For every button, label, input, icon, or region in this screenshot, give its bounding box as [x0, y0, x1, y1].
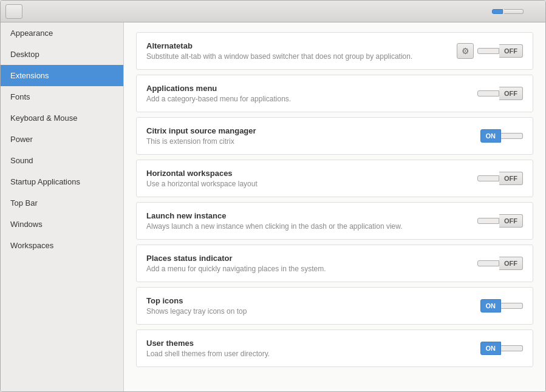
toggle-places-status-indicator: OFF [477, 257, 523, 270]
extension-controls-places-status-indicator: OFF [477, 257, 523, 270]
extension-name-user-themes: User themes [146, 339, 480, 348]
toggle-off-button-applications-menu[interactable]: OFF [499, 87, 523, 100]
toggle-horizontal-workspaces: OFF [477, 172, 523, 185]
extension-info-applications-menu: Applications menuAdd a category-based me… [146, 84, 477, 103]
extension-controls-citrix-input: ON [480, 129, 524, 143]
extension-desc-citrix-input: This is extension from citrix [146, 137, 480, 146]
extension-name-applications-menu: Applications menu [146, 84, 477, 93]
toggle-off-button-launch-new-instance[interactable]: OFF [499, 214, 523, 228]
toggle-on-button-top-icons[interactable]: ON [480, 299, 502, 313]
extension-item-launch-new-instance: Launch new instanceAlways launch a new i… [136, 202, 533, 240]
sidebar-item-sound[interactable]: Sound [1, 150, 123, 171]
toggle-off-button-horizontal-workspaces[interactable]: OFF [499, 172, 523, 185]
settings-button-alternatetab[interactable]: ⚙ [457, 43, 474, 59]
toggle-on-button-citrix-input[interactable]: ON [480, 129, 502, 143]
sidebar-item-appearance[interactable]: Appearance [1, 22, 123, 44]
extension-item-places-status-indicator: Places status indicatorAdd a menu for qu… [136, 245, 533, 282]
extension-info-user-themes: User themesLoad shell themes from user d… [146, 339, 480, 358]
extension-desc-horizontal-workspaces: Use a horizontal workspace layout [146, 180, 477, 188]
extension-desc-applications-menu: Add a category-based menu for applicatio… [146, 95, 477, 103]
extension-name-citrix-input: Citrix input source mangager [146, 126, 480, 135]
header-toggle-on-button[interactable] [492, 9, 503, 14]
toggle-user-themes: ON [480, 342, 524, 355]
header-toggle [492, 9, 524, 14]
sidebar: AppearanceDesktopExtensionsFontsKeyboard… [1, 22, 124, 391]
extension-info-places-status-indicator: Places status indicatorAdd a menu for qu… [146, 254, 477, 273]
extension-name-top-icons: Top icons [146, 296, 480, 305]
extension-controls-applications-menu: OFF [477, 87, 523, 100]
extension-name-alternatetab: Alternatetab [146, 41, 457, 50]
sidebar-item-fonts[interactable]: Fonts [1, 86, 123, 107]
toggle-on-button-places-status-indicator[interactable] [477, 260, 499, 266]
toggle-off-button-user-themes[interactable] [501, 345, 523, 351]
extension-info-alternatetab: AlternatetabSubstitute alt-tab with a wi… [146, 41, 457, 61]
extension-desc-user-themes: Load shell themes from user directory. [146, 350, 480, 358]
extension-info-launch-new-instance: Launch new instanceAlways launch a new i… [146, 211, 477, 231]
main-window: AppearanceDesktopExtensionsFontsKeyboard… [0, 0, 546, 392]
toggle-on-button-horizontal-workspaces[interactable] [477, 175, 499, 181]
sidebar-item-power[interactable]: Power [1, 129, 123, 150]
extension-item-alternatetab: AlternatetabSubstitute alt-tab with a wi… [136, 32, 533, 70]
extension-controls-horizontal-workspaces: OFF [477, 172, 523, 185]
extension-info-horizontal-workspaces: Horizontal workspacesUse a horizontal wo… [146, 169, 477, 188]
toggle-off-button-top-icons[interactable] [501, 303, 523, 309]
extension-name-launch-new-instance: Launch new instance [146, 211, 477, 220]
sidebar-item-desktop[interactable]: Desktop [1, 44, 123, 65]
extension-controls-alternatetab: ⚙OFF [457, 43, 523, 59]
toggle-launch-new-instance: OFF [477, 214, 523, 228]
search-button[interactable] [5, 4, 22, 19]
sidebar-item-extensions[interactable]: Extensions [1, 65, 123, 86]
toggle-on-button-launch-new-instance[interactable] [477, 218, 499, 224]
extension-controls-launch-new-instance: OFF [477, 214, 523, 228]
sidebar-item-workspaces[interactable]: Workspaces [1, 235, 123, 256]
extension-item-user-themes: User themesLoad shell themes from user d… [136, 329, 533, 367]
extension-name-places-status-indicator: Places status indicator [146, 254, 477, 263]
extension-desc-launch-new-instance: Always launch a new instance when clicki… [146, 222, 477, 231]
toggle-on-button-alternatetab[interactable] [477, 48, 499, 54]
content-area: AppearanceDesktopExtensionsFontsKeyboard… [1, 22, 545, 391]
extension-info-top-icons: Top iconsShows legacy tray icons on top [146, 296, 480, 316]
toggle-alternatetab: OFF [477, 44, 523, 58]
main-content: AlternatetabSubstitute alt-tab with a wi… [124, 22, 545, 391]
titlebar [1, 1, 545, 22]
toggle-top-icons: ON [480, 299, 524, 313]
toggle-off-button-alternatetab[interactable]: OFF [499, 44, 523, 58]
extension-desc-alternatetab: Substitute alt-tab with a window based s… [146, 52, 457, 61]
extension-desc-top-icons: Shows legacy tray icons on top [146, 307, 480, 316]
sidebar-item-windows[interactable]: Windows [1, 214, 123, 235]
extension-item-top-icons: Top iconsShows legacy tray icons on topO… [136, 287, 533, 325]
toggle-off-button-citrix-input[interactable] [501, 133, 523, 139]
extension-item-horizontal-workspaces: Horizontal workspacesUse a horizontal wo… [136, 160, 533, 197]
toggle-citrix-input: ON [480, 129, 524, 143]
header-toggle-off-button[interactable] [504, 9, 524, 14]
toggle-off-button-places-status-indicator[interactable]: OFF [499, 257, 523, 270]
toggle-on-button-applications-menu[interactable] [477, 90, 499, 96]
extension-name-horizontal-workspaces: Horizontal workspaces [146, 169, 477, 178]
extension-desc-places-status-indicator: Add a menu for quickly navigating places… [146, 265, 477, 273]
extension-controls-user-themes: ON [480, 342, 524, 355]
sidebar-item-startup-applications[interactable]: Startup Applications [1, 171, 123, 192]
extension-item-citrix-input: Citrix input source mangagerThis is exte… [136, 117, 533, 155]
toggle-applications-menu: OFF [477, 87, 523, 100]
extension-controls-top-icons: ON [480, 299, 524, 313]
extension-info-citrix-input: Citrix input source mangagerThis is exte… [146, 126, 480, 146]
close-button[interactable] [526, 4, 541, 19]
toggle-on-button-user-themes[interactable]: ON [480, 342, 502, 355]
sidebar-item-top-bar[interactable]: Top Bar [1, 192, 123, 214]
sidebar-item-keyboard-mouse[interactable]: Keyboard & Mouse [1, 107, 123, 129]
extension-item-applications-menu: Applications menuAdd a category-based me… [136, 75, 533, 112]
